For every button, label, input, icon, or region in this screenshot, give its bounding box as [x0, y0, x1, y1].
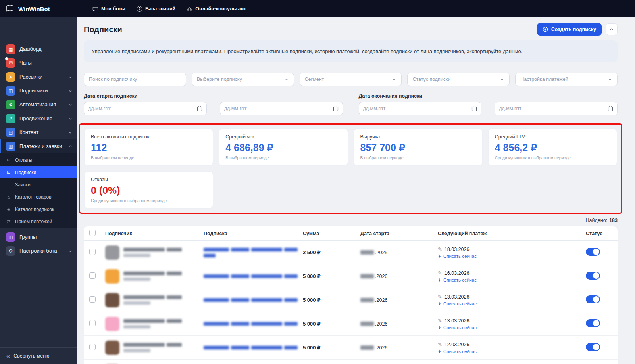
filter-select[interactable]: Сегмент: [300, 73, 402, 86]
stat-title: Средний чек: [225, 134, 341, 140]
date-start-from-input[interactable]: дд.мм.гггг: [84, 102, 207, 115]
sidebar-item[interactable]: ➤ Рассылки: [0, 70, 77, 84]
subitem-icon: ◈: [6, 207, 12, 212]
pencil-icon[interactable]: ✎: [438, 341, 442, 347]
col-start-date: Дата старта: [360, 231, 438, 236]
redacted-date: [360, 250, 374, 255]
date-end-from-input[interactable]: дд.мм.гггг: [359, 102, 482, 115]
charge-now-link[interactable]: Списать сейчас: [438, 349, 586, 354]
row-checkbox[interactable]: [89, 272, 96, 279]
redacted-subscription: [204, 346, 229, 349]
start-date-year: .2026: [375, 321, 387, 327]
sidebar-subitem[interactable]: ◈ Каталог подписок: [0, 203, 77, 215]
next-payment-date: 13.03.2026: [444, 294, 470, 300]
stat-note: В выбранном периоде: [360, 155, 476, 160]
nav-online-consultant[interactable]: Онлайн-консультант: [187, 6, 246, 12]
subitem-label: Оплаты: [15, 157, 32, 163]
sidebar-item[interactable]: ⚙ Настройки бота: [0, 244, 77, 258]
brand-logo[interactable]: WinWinBot: [0, 4, 77, 13]
redacted-name: [167, 272, 182, 275]
sidebar-subitem[interactable]: ≡ Заявки: [0, 178, 77, 191]
redacted-name: [167, 343, 182, 347]
redacted-username: [123, 325, 150, 328]
sidebar-item[interactable]: ⚙ Автоматизация: [0, 98, 77, 111]
subscriber-cell[interactable]: [105, 245, 204, 260]
row-checkbox[interactable]: [89, 320, 96, 326]
chevron-down-icon: [608, 77, 612, 82]
stat-title: Отказы: [91, 177, 206, 182]
sidebar-item[interactable]: ◫ Группы: [0, 230, 77, 244]
status-toggle[interactable]: [586, 295, 600, 303]
subscription-cell: [204, 322, 303, 326]
sidebar-item[interactable]: ✉ Чаты: [0, 56, 77, 70]
pencil-icon[interactable]: ✎: [438, 270, 442, 276]
nav-knowledge-base[interactable]: ? База знаний: [137, 6, 175, 12]
col-next-payment: Следующий платёж: [438, 231, 586, 236]
sidebar-item[interactable]: ◫ Подписчики: [0, 84, 77, 98]
redacted-subscription: [251, 346, 282, 349]
sidebar-item[interactable]: ▦ Дашборд: [0, 42, 77, 56]
redacted-date: [360, 274, 374, 278]
redacted-name: [123, 248, 165, 251]
pencil-icon[interactable]: ✎: [438, 318, 442, 324]
collapse-panel-button[interactable]: [606, 23, 618, 35]
row-checkbox[interactable]: [89, 296, 96, 303]
search-input[interactable]: [84, 73, 186, 86]
chevron-down-icon: [284, 77, 289, 82]
start-date-cell: .2025: [360, 250, 438, 255]
redacted-subscription: [251, 274, 282, 278]
date-end-to-input[interactable]: дд.мм.гггг: [495, 102, 618, 115]
redacted-subscription: [204, 254, 216, 257]
bolt-icon: [438, 302, 441, 306]
date-start-to-input[interactable]: дд.мм.гггг: [220, 102, 343, 115]
status-toggle[interactable]: [586, 272, 600, 280]
sidebar-item[interactable]: ▥ Платежи и заявки: [0, 139, 77, 153]
col-status: Статус: [586, 231, 618, 236]
redacted-username: [123, 254, 150, 257]
subscription-cell: [204, 298, 303, 302]
question-circle-icon: ?: [137, 6, 142, 12]
pencil-icon[interactable]: ✎: [438, 246, 442, 252]
charge-now-link[interactable]: Списать сейчас: [438, 278, 586, 282]
sidebar-item[interactable]: ↗ Продвижение: [0, 111, 77, 125]
subscriber-cell[interactable]: [105, 293, 204, 307]
status-toggle[interactable]: [586, 248, 600, 256]
charge-now-link[interactable]: Списать сейчас: [438, 301, 586, 306]
stat-value: 4 686,89 ₽: [225, 142, 341, 153]
charge-now-link[interactable]: Списать сейчас: [438, 325, 586, 330]
filter-select[interactable]: Выберите подписку: [192, 73, 294, 86]
next-payment-cell: ✎ 16.03.2026 Списать сейчас: [438, 270, 586, 282]
next-payment-cell: ✎ 13.03.2026 Списать сейчас: [438, 294, 586, 306]
create-subscription-button[interactable]: Создать подписку: [537, 23, 602, 36]
sidebar-menu-bottom: ◫ Группы ⚙ Настройки бота: [0, 230, 77, 258]
row-checkbox[interactable]: [89, 344, 96, 350]
sidebar-menu: ▦ Дашборд ✉ Чаты: [0, 42, 77, 153]
bolt-icon: [438, 326, 441, 330]
subscriber-cell[interactable]: [105, 269, 204, 284]
row-checkbox[interactable]: [89, 249, 96, 255]
subscriber-cell[interactable]: [105, 317, 204, 331]
page-title: Подписки: [84, 25, 122, 34]
filter-select[interactable]: Статус подписки: [407, 73, 510, 86]
filter-select[interactable]: Настройка платежей: [515, 73, 618, 86]
status-toggle[interactable]: [586, 319, 600, 327]
sidebar-subitem[interactable]: ⌂ Каталог товаров: [0, 191, 77, 203]
status-toggle[interactable]: [586, 343, 600, 351]
redacted-subscription: [231, 298, 249, 302]
nav-my-bots[interactable]: Мои боты: [92, 6, 125, 12]
redacted-subscription: [204, 298, 229, 302]
pencil-icon[interactable]: ✎: [438, 294, 442, 300]
select-all-checkbox[interactable]: [89, 230, 96, 236]
redacted-name: [123, 343, 165, 347]
sidebar-subitem[interactable]: ⊙ Оплаты: [0, 154, 77, 166]
calendar-icon: [471, 106, 477, 111]
collapse-menu-button[interactable]: « Свернуть меню: [0, 347, 77, 364]
sidebar-subitem[interactable]: ⊡ Подписки: [0, 166, 77, 178]
amount: 5 000 ₽: [303, 321, 360, 327]
sidebar-subitem[interactable]: ⇄ Прием платежей: [0, 215, 77, 228]
subscriber-cell[interactable]: [105, 341, 204, 355]
col-subscription: Подписка: [204, 231, 303, 236]
sidebar-item[interactable]: ▤ Контент: [0, 125, 77, 139]
charge-now-link[interactable]: Списать сейчас: [438, 254, 586, 259]
stat-value: 857 700 ₽: [360, 142, 476, 153]
